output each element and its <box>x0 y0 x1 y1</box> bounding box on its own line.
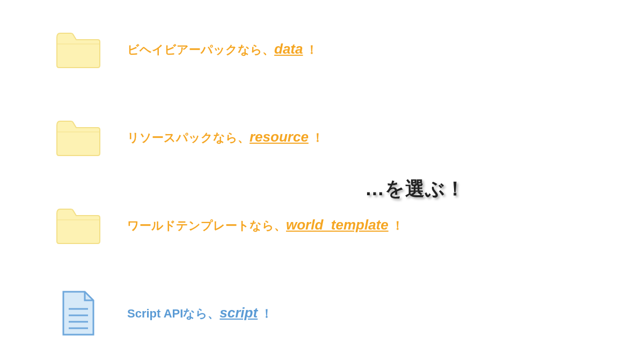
option-keyword: world_template <box>286 217 389 233</box>
option-row-data: ビヘイビアーパックなら、data！ <box>54 25 318 74</box>
option-label: Script APIなら、script！ <box>127 305 273 322</box>
option-row-resource: リソースパックなら、resource！ <box>54 113 324 162</box>
file-icon <box>54 289 103 338</box>
option-keyword: script <box>219 305 258 321</box>
option-prefix: Script APIなら、 <box>127 307 219 320</box>
folder-icon <box>54 113 103 162</box>
folder-icon <box>54 201 103 250</box>
option-label: ビヘイビアーパックなら、data！ <box>127 41 318 58</box>
option-exclaim: ！ <box>392 219 404 232</box>
option-label: ワールドテンプレートなら、world_template！ <box>127 217 404 234</box>
folder-icon <box>54 25 103 74</box>
option-label: リソースパックなら、resource！ <box>127 129 324 146</box>
option-exclaim: ！ <box>312 131 324 144</box>
option-exclaim: ！ <box>261 307 273 320</box>
option-prefix: ワールドテンプレートなら、 <box>127 219 286 232</box>
option-keyword: data <box>274 41 303 57</box>
option-keyword: resource <box>250 129 309 145</box>
option-prefix: ビヘイビアーパックなら、 <box>127 43 274 56</box>
option-exclaim: ！ <box>306 43 318 56</box>
option-row-script: Script APIなら、script！ <box>54 289 273 338</box>
slide-canvas: ビヘイビアーパックなら、data！ リソースパックなら、resource！ ワー… <box>0 0 644 362</box>
option-row-world-template: ワールドテンプレートなら、world_template！ <box>54 201 404 250</box>
choose-text: …を選ぶ！ <box>365 176 465 202</box>
option-prefix: リソースパックなら、 <box>127 131 250 144</box>
